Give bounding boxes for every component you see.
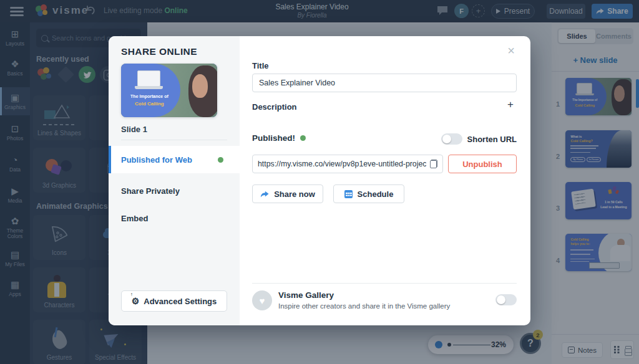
modal-title: SHARE ONLINE xyxy=(121,46,197,57)
title-label: Title xyxy=(252,61,269,70)
gallery-heart-icon: ♥ xyxy=(252,290,272,310)
add-description-icon[interactable]: + xyxy=(505,98,515,111)
shorten-url-toggle[interactable] xyxy=(441,133,462,145)
title-input[interactable] xyxy=(252,74,517,92)
shorten-url-label: Shorten URL xyxy=(467,135,517,144)
published-green-dot xyxy=(300,135,306,141)
advanced-settings-button[interactable]: ⚙ Advanced Settings xyxy=(121,290,227,312)
gallery-title: Visme Gallery xyxy=(278,290,334,300)
shorten-url-row: Shorten URL xyxy=(441,133,517,145)
copy-icon[interactable] xyxy=(430,160,437,168)
gear-icon: ⚙ xyxy=(132,296,140,306)
close-icon[interactable]: × xyxy=(504,44,518,57)
menu-embed[interactable]: Embed xyxy=(109,207,240,229)
share-online-modal: SHARE ONLINE The Importance of Cold Call… xyxy=(109,36,530,325)
divider xyxy=(252,283,517,284)
divider xyxy=(121,140,227,140)
calendar-icon xyxy=(344,190,353,198)
gallery-subtitle: Inspire other creators and share it in t… xyxy=(278,302,450,310)
share-now-icon xyxy=(260,191,269,198)
menu-published-for-web[interactable]: Published for Web xyxy=(109,146,240,173)
menu-share-privately[interactable]: Share Privately xyxy=(109,180,240,202)
description-label: Description xyxy=(252,102,297,112)
published-url-field xyxy=(252,155,443,173)
gallery-toggle[interactable] xyxy=(495,294,517,305)
schedule-button[interactable]: Schedule xyxy=(333,184,404,203)
share-now-button[interactable]: Share now xyxy=(252,184,323,203)
preview-laptop-illustration xyxy=(137,70,160,87)
published-status: Published! xyxy=(252,133,306,143)
published-url-input[interactable] xyxy=(258,160,426,168)
preview-slide-label: Slide 1 xyxy=(121,125,147,134)
slide-preview: The Importance of Cold Calling xyxy=(121,64,217,117)
unpublish-button[interactable]: Unpublish xyxy=(448,155,517,173)
app-window: visme Live editing mode Online Sales Exp… xyxy=(0,0,639,364)
published-green-dot xyxy=(218,157,223,163)
